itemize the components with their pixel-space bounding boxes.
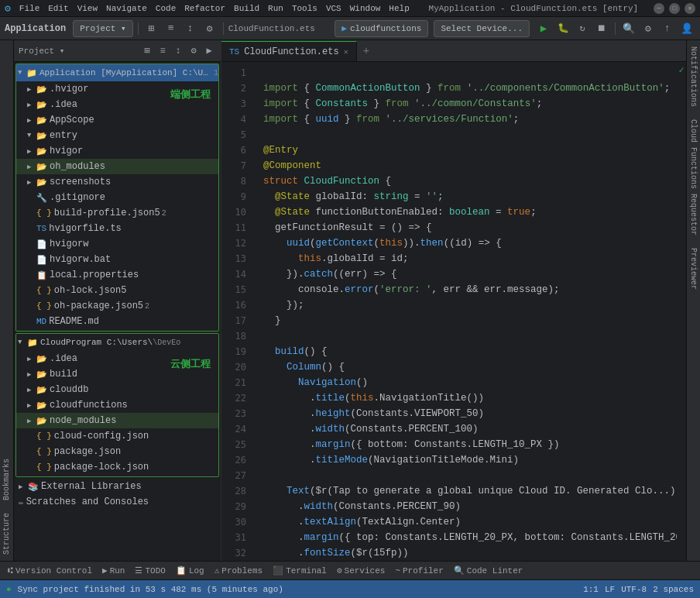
update-icon[interactable]: ↑ <box>659 20 676 37</box>
menu-file[interactable]: File <box>15 2 43 15</box>
sidebar-icon-2[interactable]: ≡ <box>156 44 170 58</box>
tree-item-package-json[interactable]: { } package.json <box>16 444 218 459</box>
tree-item-external-libs[interactable]: ▶ 📚 External Libraries <box>15 479 219 494</box>
run-tab[interactable]: ▶ Run <box>98 562 129 579</box>
tree-label: cloudfunctions <box>50 400 128 411</box>
bookmarks-tab[interactable]: Bookmarks <box>0 452 13 507</box>
editor-tab-cloudfunction[interactable]: TS CloudFunction.ets ✕ <box>221 41 357 61</box>
terminal-icon: ⬛ <box>273 565 283 576</box>
version-control-tab[interactable]: ⑆ Version Control <box>3 562 97 579</box>
menu-vcs[interactable]: VCS <box>322 2 345 15</box>
tree-item-hvigor2[interactable]: ▶ 📂 hvigor <box>16 143 218 159</box>
toolbar-btn-6[interactable]: ⏹ <box>593 20 610 37</box>
tree-item-oh-lock[interactable]: { } oh-lock.json5 <box>16 283 218 298</box>
tree-item-local-props[interactable]: 📋 local.properties <box>16 267 218 283</box>
editor-tab-add[interactable]: + <box>359 41 374 61</box>
status-encoding[interactable]: UTF-8 <box>621 585 647 594</box>
problems-tab[interactable]: ⚠ Problems <box>210 562 267 579</box>
tree-item-screenshots[interactable]: ▶ 📂 screenshots <box>16 174 218 190</box>
run-button[interactable]: ▶ <box>535 20 552 37</box>
tree-item-entry[interactable]: ▼ 📂 entry <box>16 128 218 143</box>
profiler-tab[interactable]: ~ Profiler <box>390 562 448 579</box>
profile-icon[interactable]: 👤 <box>678 20 695 37</box>
previewer-tab[interactable]: Previewer <box>687 242 700 296</box>
tree-item-gitignore[interactable]: 🔧 .gitignore <box>16 190 218 205</box>
device-dropdown[interactable]: Select Device... <box>434 20 530 37</box>
terminal-tab[interactable]: ⬛ Terminal <box>268 562 331 579</box>
log-label: Log <box>189 566 204 576</box>
tree-item-appscope[interactable]: ▶ 📂 AppScope <box>16 112 218 128</box>
todo-tab[interactable]: ☰ TODO <box>130 562 170 579</box>
menu-refactor[interactable]: Refactor <box>180 2 229 15</box>
cloud-root-item[interactable]: ▼ 📁 CloudProgram C:\Users\ \DevEo <box>16 334 218 351</box>
menu-code[interactable]: Code <box>152 2 180 15</box>
profiler-icon: ~ <box>395 566 400 576</box>
toolbar-icon-1[interactable]: ⊞ <box>143 20 160 37</box>
tree-item-build[interactable]: ▶ 📂 build <box>16 366 218 382</box>
notifications-tab[interactable]: Notifications <box>687 40 700 113</box>
minimize-button[interactable]: ─ <box>654 3 664 14</box>
services-tab[interactable]: ⚙ Services <box>332 562 389 579</box>
folder-arrow: ▶ <box>27 370 36 379</box>
search-icon[interactable]: 🔍 <box>620 20 637 37</box>
sidebar-icon-3[interactable]: ↕ <box>171 44 185 58</box>
menu-window[interactable]: Window <box>346 2 385 15</box>
menu-tools[interactable]: Tools <box>288 2 321 15</box>
tree-item-idea[interactable]: ▶ 📂 .idea <box>16 97 218 112</box>
code-area: 12345 678910 1112131415 1617181920 21222… <box>221 62 686 561</box>
log-tab[interactable]: 📋 Log <box>171 562 209 579</box>
menu-help[interactable]: Help <box>385 2 413 15</box>
tree-item-node-modules[interactable]: ▶ 📂 node_modules <box>16 413 218 428</box>
sidebar-icon-4[interactable]: ⚙ <box>187 44 201 58</box>
code-content[interactable]: import { CommonActionButton } from '../c… <box>260 62 677 561</box>
tree-item-oh-package[interactable]: { } oh-package.json5 2 <box>16 298 218 314</box>
code-linter-tab[interactable]: 🔍 Code Linter <box>449 562 528 579</box>
tree-item-scratches[interactable]: ✏ Scratches and Consoles <box>15 494 219 510</box>
run-config-dropdown[interactable]: ▶ cloudfunctions <box>335 20 428 37</box>
folder-icon: 📂 <box>36 177 47 187</box>
tree-item-hvigorw-bat[interactable]: 📄 hvigorw.bat <box>16 252 218 267</box>
menu-edit[interactable]: Edit <box>44 2 72 15</box>
settings-icon[interactable]: ⚙ <box>640 20 657 37</box>
sidebar-icon-1[interactable]: ⊞ <box>140 44 154 58</box>
linter-icon: 🔍 <box>454 565 465 576</box>
debug-button[interactable]: 🐛 <box>554 20 571 37</box>
tree-item-clouddb[interactable]: ▶ 📂 clouddb <box>16 382 218 397</box>
problems-icon: ⚠ <box>214 565 220 576</box>
folder-icon: 📁 <box>26 67 37 78</box>
tree-item-oh-modules[interactable]: ▶ 📂 oh_modules <box>16 159 218 174</box>
tree-item-hvigorfile[interactable]: TS hvigorfile.ts <box>16 221 218 236</box>
tab-close-icon[interactable]: ✕ <box>344 47 348 57</box>
sidebar-icon-5[interactable]: ▶ <box>202 44 216 58</box>
tree-label: External Libraries <box>41 481 142 492</box>
menu-navigate[interactable]: Navigate <box>102 2 151 15</box>
tree-item-build-profile[interactable]: { } build-profile.json5 2 <box>16 205 218 221</box>
cloud-functions-requestor-tab[interactable]: Cloud Functions Requestor <box>687 113 700 242</box>
folder-icon: 📂 <box>36 100 47 110</box>
tree-item-idea2[interactable]: ▶ 📂 .idea <box>16 351 218 366</box>
menu-view[interactable]: View <box>74 2 101 15</box>
structure-tab[interactable]: Structure <box>0 507 13 561</box>
tree-item-cloud-config[interactable]: { } cloud-config.json <box>16 428 218 444</box>
menu-build[interactable]: Build <box>230 2 263 15</box>
status-position[interactable]: 1:1 <box>583 585 599 594</box>
tree-item-hvigor[interactable]: ▶ 📂 .hvigor <box>16 81 218 97</box>
tree-item-readme[interactable]: MD README.md <box>16 314 218 329</box>
file-icon: { } <box>36 301 52 311</box>
folder-arrow: ▶ <box>27 116 36 125</box>
tree-item-hvigorw[interactable]: 📄 hvigorw <box>16 236 218 252</box>
app-root-item[interactable]: ▼ 📁 Application [MyApplication] C:\Users… <box>16 64 218 81</box>
close-button[interactable]: ✕ <box>685 3 695 14</box>
folder-icon: 📂 <box>36 162 47 172</box>
tree-item-cloudfunctions[interactable]: ▶ 📂 cloudfunctions <box>16 397 218 413</box>
project-dropdown[interactable]: Project ▾ <box>73 20 132 37</box>
folder-icon: 📂 <box>36 400 47 411</box>
toolbar-icon-4[interactable]: ⚙ <box>201 20 218 37</box>
maximize-button[interactable]: □ <box>669 3 680 14</box>
toolbar-btn-5[interactable]: ↻ <box>574 20 591 37</box>
tree-item-package-lock[interactable]: { } package-lock.json <box>16 459 218 475</box>
toolbar-icon-3[interactable]: ↕ <box>182 20 199 37</box>
status-spaces[interactable]: 2 spaces <box>653 585 694 594</box>
toolbar-icon-2[interactable]: ≡ <box>163 20 180 37</box>
menu-run[interactable]: Run <box>264 2 287 15</box>
